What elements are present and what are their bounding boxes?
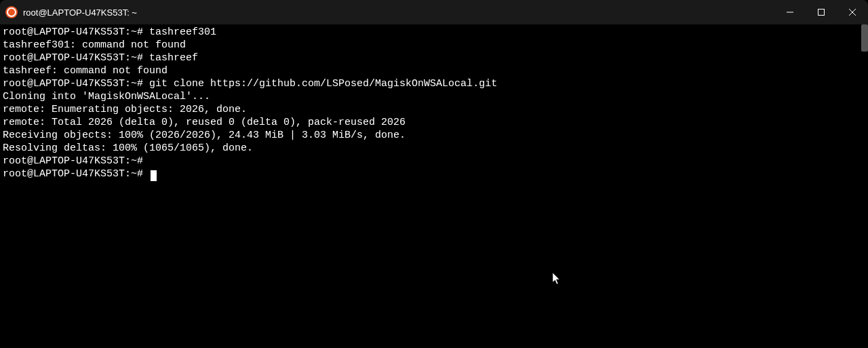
window-title: root@LAPTOP-U47KS53T: ~ xyxy=(23,7,137,18)
terminal-body[interactable]: root@LAPTOP-U47KS53T:~# tashreef301tashr… xyxy=(0,24,868,348)
scrollbar-thumb[interactable] xyxy=(861,24,868,52)
maximize-icon xyxy=(818,9,825,16)
prompt-text: root@LAPTOP-U47KS53T:~# xyxy=(3,168,143,180)
prompt-text: root@LAPTOP-U47KS53T:~# xyxy=(3,52,143,64)
command-text: tashreef xyxy=(143,52,198,64)
text-cursor xyxy=(151,170,157,181)
prompt-line: root@LAPTOP-U47KS53T:~# tashreef301 xyxy=(3,26,865,39)
close-icon xyxy=(849,9,856,16)
output-line: Cloning into 'MagiskOnWSALocal'... xyxy=(3,90,865,103)
close-button[interactable] xyxy=(837,0,868,24)
prompt-text: root@LAPTOP-U47KS53T:~# xyxy=(3,26,143,38)
prompt-line: root@LAPTOP-U47KS53T:~# git clone https:… xyxy=(3,77,865,90)
svg-rect-1 xyxy=(818,9,825,16)
titlebar-left: root@LAPTOP-U47KS53T: ~ xyxy=(5,6,137,18)
output-line: Resolving deltas: 100% (1065/1065), done… xyxy=(3,142,865,155)
maximize-button[interactable] xyxy=(806,0,837,24)
command-text: git clone https://github.com/LSPosed/Mag… xyxy=(143,78,497,90)
prompt-text: root@LAPTOP-U47KS53T:~# xyxy=(3,78,143,90)
output-line: remote: Enumerating objects: 2026, done. xyxy=(3,103,865,116)
output-line: Receiving objects: 100% (2026/2026), 24.… xyxy=(3,129,865,142)
command-text: tashreef301 xyxy=(143,26,216,38)
output-line: tashreef301: command not found xyxy=(3,39,865,52)
output-line: remote: Total 2026 (delta 0), reused 0 (… xyxy=(3,116,865,129)
output-line: tashreef: command not found xyxy=(3,64,865,77)
prompt-line: root@LAPTOP-U47KS53T:~# tashreef xyxy=(3,52,865,64)
prompt-text: root@LAPTOP-U47KS53T:~# xyxy=(3,155,143,167)
terminal-window: root@LAPTOP-U47KS53T: ~ root@LAPTOP-U47K… xyxy=(0,0,868,348)
minimize-icon xyxy=(787,9,793,16)
ubuntu-icon xyxy=(5,6,18,18)
prompt-line: root@LAPTOP-U47KS53T:~# xyxy=(3,155,865,168)
minimize-button[interactable] xyxy=(774,0,806,24)
titlebar[interactable]: root@LAPTOP-U47KS53T: ~ xyxy=(0,0,868,24)
prompt-line: root@LAPTOP-U47KS53T:~# xyxy=(3,168,865,180)
titlebar-controls xyxy=(774,0,868,24)
command-text xyxy=(143,168,149,180)
